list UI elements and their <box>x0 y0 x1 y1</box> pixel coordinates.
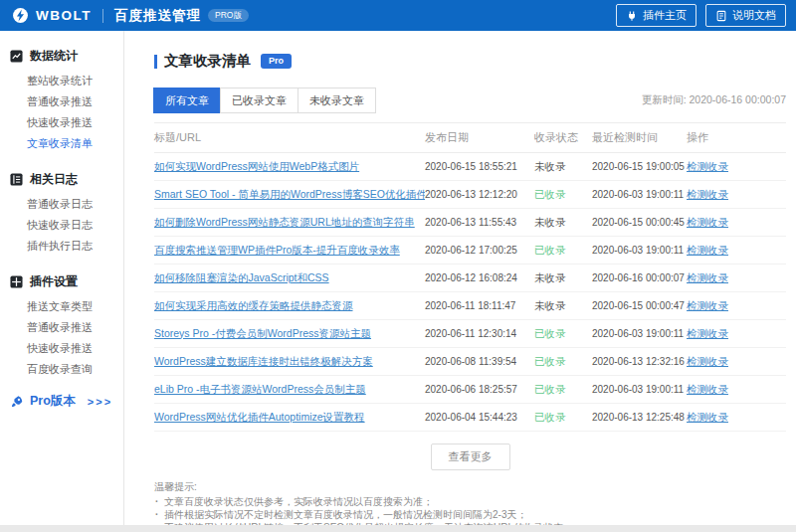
index-status: 未收录 <box>534 216 592 230</box>
index-status: 已收录 <box>534 327 592 341</box>
table-row: WordPress建立数据库连接时出错终极解决方案2020-06-08 11:3… <box>154 348 786 376</box>
table-row: Smart SEO Tool - 简单易用的WordPress博客SEO优化插件… <box>154 181 786 209</box>
article-title-link[interactable]: 如何实现采用高效的缓存策略提供静态资源 <box>154 299 425 313</box>
article-title-link[interactable]: WordPress建立数据库连接时出错终极解决方案 <box>154 355 425 369</box>
table-row: 如何移除阻塞渲染的JavaScript和CSS2020-06-12 16:08:… <box>154 265 786 292</box>
sidebar-item[interactable]: 快速收录日志 <box>0 215 123 236</box>
docs-label: 说明文档 <box>732 8 776 23</box>
sidebar-item[interactable]: 普通收录推送 <box>0 91 123 112</box>
sidebar: 数据统计整站收录统计普通收录推送快速收录推送文章收录清单相关日志普通收录日志快速… <box>0 31 124 525</box>
table-row: 如何删除WordPress网站静态资源URL地址的查询字符串2020-06-13… <box>154 209 786 237</box>
publish-date: 2020-06-11 18:11:47 <box>425 300 534 311</box>
column-header: 发布日期 <box>425 130 534 145</box>
sidebar-section: 相关日志普通收录日志快速收录日志插件执行日志 <box>0 167 123 257</box>
index-status: 已收录 <box>534 355 592 369</box>
tab-included-articles[interactable]: 已收录文章 <box>220 88 298 113</box>
column-header: 操作 <box>687 130 786 145</box>
tip-item: 插件根据实际情况不定时检测文章百度收录情况，一般情况检测时间间隔为2-3天； <box>154 508 786 521</box>
last-check-time: 2020-06-15 00:00:47 <box>592 300 687 311</box>
publish-date: 2020-06-04 15:44:23 <box>425 412 534 423</box>
topbar: WBOLT 百度推送管理 PRO版 插件主页 说明文档 <box>0 0 796 31</box>
check-index-link[interactable]: 检测收录 <box>687 160 786 174</box>
sidebar-sections: 数据统计整站收录统计普通收录推送快速收录推送文章收录清单相关日志普通收录日志快速… <box>0 44 123 380</box>
check-index-link[interactable]: 检测收录 <box>687 216 786 230</box>
sidebar-item[interactable]: 推送文章类型 <box>0 296 123 317</box>
table-body: 如何实现WordPress网站使用WebP格式图片2020-06-15 18:5… <box>154 153 786 432</box>
rocket-icon <box>10 395 24 409</box>
tab-all-articles[interactable]: 所有文章 <box>153 88 221 113</box>
sidebar-section-label: 数据统计 <box>30 48 78 65</box>
publish-date: 2020-06-11 12:30:14 <box>425 328 534 339</box>
article-title-link[interactable]: eLib Pro -电子书资源站WordPress会员制主题 <box>154 383 425 397</box>
check-index-link[interactable]: 检测收录 <box>687 327 786 341</box>
page-bottom-edge <box>0 525 796 532</box>
article-title-link[interactable]: 如何移除阻塞渲染的JavaScript和CSS <box>154 271 425 285</box>
sidebar-item[interactable]: 普通收录日志 <box>0 194 123 215</box>
check-index-link[interactable]: 检测收录 <box>687 411 786 425</box>
article-title-link[interactable]: 如何删除WordPress网站静态资源URL地址的查询字符串 <box>154 216 425 230</box>
page: WBOLT 百度推送管理 PRO版 插件主页 说明文档 数据统计整站收录统计普通… <box>0 0 796 532</box>
tab-not-included-articles[interactable]: 未收录文章 <box>298 88 376 113</box>
page-title: 文章收录清单 <box>164 52 251 71</box>
chevrons-right-icon: >>> <box>88 396 112 408</box>
last-check-time: 2020-06-03 19:00:11 <box>592 384 687 395</box>
table-row: 百度搜索推送管理WP插件Pro版本-提升百度收录效率2020-06-12 17:… <box>154 237 786 265</box>
sidebar-section-label: 插件设置 <box>30 273 78 290</box>
article-title-link[interactable]: Smart SEO Tool - 简单易用的WordPress博客SEO优化插件 <box>154 188 425 202</box>
load-more-button[interactable]: 查看更多 <box>431 443 510 470</box>
sidebar-section: 插件设置推送文章类型普通收录推送快速收录推送百度收录查询 <box>0 269 123 380</box>
plugin-home-button[interactable]: 插件主页 <box>616 4 696 27</box>
tips: 温馨提示: 文章百度收录状态仅供参考，实际收录情况以百度搜索为准；插件根据实际情… <box>154 480 786 525</box>
plugin-home-label: 插件主页 <box>643 8 687 23</box>
article-title-link[interactable]: Storeys Pro -付费会员制WordPress资源站主题 <box>154 327 425 341</box>
sidebar-item[interactable]: 整站收录统计 <box>0 71 123 91</box>
wbolt-logo-bolt-icon <box>12 7 29 24</box>
index-status: 已收录 <box>534 188 592 202</box>
last-check-time: 2020-06-13 12:25:48 <box>592 412 687 423</box>
docs-button[interactable]: 说明文档 <box>705 4 786 27</box>
last-check-time: 2020-06-13 12:32:16 <box>592 356 687 367</box>
title-accent-bar <box>154 55 157 69</box>
sidebar-section-title: 相关日志 <box>0 167 123 194</box>
publish-date: 2020-06-13 11:55:43 <box>425 217 534 228</box>
check-index-link[interactable]: 检测收录 <box>687 244 786 258</box>
tips-list: 文章百度收录状态仅供参考，实际收录情况以百度搜索为准；插件根据实际情况不定时检测… <box>154 495 786 525</box>
sidebar-item[interactable]: 普通收录推送 <box>0 317 123 338</box>
sidebar-item[interactable]: 百度收录查询 <box>0 359 123 380</box>
check-index-link[interactable]: 检测收录 <box>687 188 786 202</box>
header-divider <box>102 9 103 23</box>
sidebar-pro-link[interactable]: Pro版本 >>> <box>0 393 123 410</box>
last-check-time: 2020-06-03 19:00:11 <box>592 189 687 200</box>
last-check-time: 2020-06-15 00:00:45 <box>592 217 687 228</box>
table-row: WordPress网站优化插件Autoptimize设置教程2020-06-04… <box>154 404 786 432</box>
index-status: 未收录 <box>534 299 592 313</box>
index-status: 已收录 <box>534 244 592 258</box>
check-index-link[interactable]: 检测收录 <box>687 271 786 285</box>
pro-version-badge: PRO版 <box>208 9 249 22</box>
pro-badge: Pro <box>261 54 292 69</box>
sidebar-item[interactable]: 快速收录推送 <box>0 338 123 359</box>
articles-table: 标题/URL发布日期收录状态最近检测时间操作 如何实现WordPress网站使用… <box>154 122 786 432</box>
check-index-link[interactable]: 检测收录 <box>687 299 786 313</box>
sidebar-item[interactable]: 文章收录清单 <box>0 133 123 154</box>
article-title-link[interactable]: WordPress网站优化插件Autoptimize设置教程 <box>154 411 425 425</box>
publish-date: 2020-06-12 17:00:25 <box>425 245 534 256</box>
table-row: 如何实现采用高效的缓存策略提供静态资源2020-06-11 18:11:47未收… <box>154 292 786 320</box>
column-header: 收录状态 <box>534 130 592 145</box>
chart-icon <box>10 50 23 63</box>
sidebar-item[interactable]: 插件执行日志 <box>0 236 123 257</box>
check-index-link[interactable]: 检测收录 <box>687 355 786 369</box>
publish-date: 2020-06-15 18:55:21 <box>425 161 534 172</box>
brand-name: WBOLT <box>36 8 92 23</box>
last-check-time: 2020-06-15 19:00:05 <box>592 161 687 172</box>
sidebar-item[interactable]: 快速收录推送 <box>0 112 123 133</box>
document-icon <box>715 10 727 22</box>
last-check-time: 2020-06-03 19:00:11 <box>592 245 687 256</box>
article-title-link[interactable]: 如何实现WordPress网站使用WebP格式图片 <box>154 160 425 174</box>
article-title-link[interactable]: 百度搜索推送管理WP插件Pro版本-提升百度收录效率 <box>154 244 425 258</box>
check-index-link[interactable]: 检测收录 <box>687 383 786 397</box>
index-status: 未收录 <box>534 271 592 285</box>
index-status: 未收录 <box>534 160 592 174</box>
tip-item: 文章百度收录状态仅供参考，实际收录情况以百度搜索为准； <box>154 495 786 508</box>
table-row: 如何实现WordPress网站使用WebP格式图片2020-06-15 18:5… <box>154 153 786 181</box>
